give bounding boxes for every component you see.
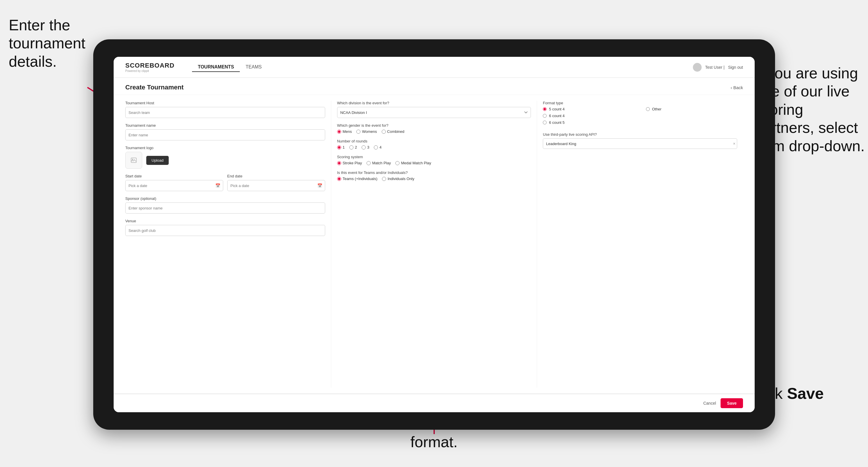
scoring-stroke-play[interactable]: Stroke Play (337, 161, 362, 165)
brand-name: SCOREBOARD (125, 62, 175, 69)
format-6count5[interactable]: 6 count 5 (543, 120, 634, 125)
navbar-links: TOURNAMENTS TEAMS (192, 63, 268, 72)
logo-placeholder (125, 152, 142, 169)
format-6count5-radio[interactable] (543, 121, 547, 124)
live-scoring-label: Use third-party live scoring API? (543, 132, 737, 137)
form-footer: Cancel Save (114, 394, 755, 412)
upload-button[interactable]: Upload (146, 156, 169, 165)
annotation-top-left: Enter the tournament details. (9, 16, 108, 70)
event-type-radio-group: Teams (+Individuals) Individuals Only (337, 177, 531, 181)
division-label: Which division is the event for? (337, 101, 531, 105)
scoring-match-play-radio[interactable] (367, 161, 371, 165)
scoring-radio-group: Stroke Play Match Play Medal Match Play (337, 161, 531, 165)
rounds-1[interactable]: 1 (337, 145, 345, 150)
form-col-middle: Which division is the event for? NCAA Di… (331, 101, 537, 388)
start-date-group: Start date 📅 (125, 174, 223, 191)
gender-group: Which gender is the event for? Mens Wome… (337, 123, 531, 134)
event-type-group: Is this event for Teams and/or Individua… (337, 170, 531, 181)
rounds-3-radio[interactable] (362, 145, 366, 150)
powered-by: Powered by clippit (125, 69, 175, 72)
scoring-group: Scoring system Stroke Play Match Play (337, 155, 531, 165)
tournament-logo-group: Tournament logo Upload (125, 146, 325, 169)
format-other-radio[interactable] (646, 107, 650, 111)
live-scoring-group: Use third-party live scoring API? Leader… (543, 132, 737, 149)
venue-group: Venue (125, 219, 325, 236)
rounds-4[interactable]: 4 (374, 145, 381, 150)
tournament-host-group: Tournament Host (125, 101, 325, 118)
event-type-label: Is this event for Teams and/or Individua… (337, 170, 531, 175)
event-type-teams[interactable]: Teams (+Individuals) (337, 177, 378, 181)
tournament-name-group: Tournament name (125, 123, 325, 141)
tournament-host-input[interactable] (125, 107, 325, 118)
back-button[interactable]: ‹ Back (731, 85, 743, 90)
gender-label: Which gender is the event for? (337, 123, 531, 128)
tournament-logo-label: Tournament logo (125, 146, 325, 150)
rounds-radio-group: 1 2 3 4 (337, 145, 531, 150)
end-date-input[interactable] (227, 180, 325, 191)
gender-womens-radio[interactable] (356, 130, 361, 134)
sponsor-group: Sponsor (optional) (125, 196, 325, 214)
nav-tournaments[interactable]: TOURNAMENTS (192, 63, 240, 72)
scoring-match-play[interactable]: Match Play (367, 161, 391, 165)
end-date-group: End date 📅 (227, 174, 325, 191)
rounds-label: Number of rounds (337, 139, 531, 143)
format-6count4-radio[interactable] (543, 114, 547, 118)
scoring-medal-match-play-radio[interactable] (395, 161, 400, 165)
api-field-value[interactable]: Leaderboard King (543, 138, 737, 149)
form-area: Tournament Host Tournament name Tourname… (114, 95, 755, 394)
image-icon (130, 157, 137, 163)
save-button[interactable]: Save (720, 398, 743, 408)
user-info: Test User | (705, 65, 725, 70)
rounds-group: Number of rounds 1 2 3 (337, 139, 531, 150)
rounds-2[interactable]: 2 (349, 145, 357, 150)
format-other[interactable]: Other (646, 107, 737, 111)
end-date-wrap: 📅 (227, 180, 325, 191)
sponsor-label: Sponsor (optional) (125, 196, 325, 201)
navbar: SCOREBOARD Powered by clippit TOURNAMENT… (114, 57, 755, 78)
event-type-individuals[interactable]: Individuals Only (382, 177, 414, 181)
cancel-button[interactable]: Cancel (703, 401, 716, 406)
sponsor-input[interactable] (125, 203, 325, 214)
tournament-host-label: Tournament Host (125, 101, 325, 105)
gender-mens[interactable]: Mens (337, 129, 352, 134)
format-6count4[interactable]: 6 count 4 (543, 114, 634, 118)
calendar-icon-end: 📅 (317, 183, 322, 188)
rounds-2-radio[interactable] (349, 145, 353, 150)
scoring-medal-match-play[interactable]: Medal Match Play (395, 161, 431, 165)
rounds-4-radio[interactable] (374, 145, 378, 150)
format-type-group: Format type 5 count 4 6 count 4 (543, 101, 737, 127)
gender-mens-radio[interactable] (337, 130, 341, 134)
page-header: Create Tournament ‹ Back (114, 78, 755, 95)
format-5count4-radio[interactable] (543, 107, 547, 111)
rounds-1-radio[interactable] (337, 145, 341, 150)
venue-input[interactable] (125, 225, 325, 236)
date-group: Start date 📅 End date 📅 (125, 174, 325, 191)
gender-combined[interactable]: Combined (382, 129, 404, 134)
start-date-input[interactable] (125, 180, 223, 191)
form-col-right: Format type 5 count 4 6 count 4 (537, 101, 743, 388)
nav-teams[interactable]: TEAMS (240, 63, 268, 72)
api-field: Leaderboard King × (543, 138, 737, 149)
page-title: Create Tournament (125, 84, 184, 91)
tournament-name-input[interactable] (125, 129, 325, 141)
svg-point-6 (132, 159, 133, 160)
sign-out-link[interactable]: Sign out (728, 65, 743, 70)
end-date-label: End date (227, 174, 325, 178)
gender-combined-radio[interactable] (382, 130, 386, 134)
division-group: Which division is the event for? NCAA Di… (337, 101, 531, 118)
format-5count4[interactable]: 5 count 4 (543, 107, 634, 111)
scoring-stroke-play-radio[interactable] (337, 161, 341, 165)
logo-upload-area: Upload (125, 152, 325, 169)
event-type-individuals-radio[interactable] (382, 177, 386, 181)
tablet-screen: SCOREBOARD Powered by clippit TOURNAMENT… (114, 57, 755, 412)
start-date-wrap: 📅 (125, 180, 223, 191)
api-clear-button[interactable]: × (733, 141, 736, 146)
rounds-3[interactable]: 3 (362, 145, 369, 150)
division-select[interactable]: NCAA Division I (337, 107, 531, 118)
gender-radio-group: Mens Womens Combined (337, 129, 531, 134)
format-right-col: Other (646, 107, 737, 127)
navbar-logo: SCOREBOARD Powered by clippit (125, 62, 175, 72)
gender-womens[interactable]: Womens (356, 129, 377, 134)
event-type-teams-radio[interactable] (337, 177, 341, 181)
calendar-icon-start: 📅 (215, 183, 220, 188)
